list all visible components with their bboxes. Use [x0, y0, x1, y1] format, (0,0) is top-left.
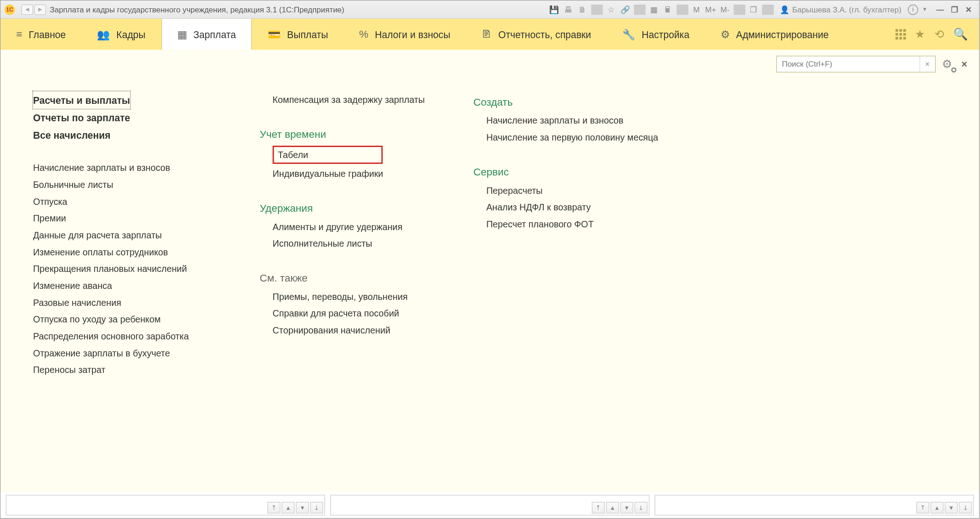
link-bonuses[interactable]: Премии [33, 210, 227, 227]
windows-icon[interactable]: ❐ [748, 4, 759, 15]
close-window-button[interactable]: ✕ [962, 4, 975, 15]
panel-scroll-up-button[interactable]: ▲ [930, 502, 943, 513]
menu-icon: ≡ [16, 28, 22, 40]
link-ndfl-return[interactable]: Анализ НДФЛ к возврату [486, 199, 681, 216]
nav-label: Настройка [642, 29, 689, 40]
link-recalcs[interactable]: Перерасчеты [486, 182, 681, 199]
info-dropdown-icon[interactable]: ▼ [922, 6, 927, 12]
favorites-star-icon[interactable]: ★ [915, 27, 925, 41]
link-reversals[interactable]: Сторнирования начислений [273, 322, 441, 339]
link-salary-calc-data[interactable]: Данные для расчета зарплаты [33, 227, 227, 244]
link-cost-transfers[interactable]: Переносы затрат [33, 361, 227, 378]
save-icon[interactable]: 💾 [548, 4, 560, 15]
nav-settings[interactable]: 🔧 Настройка [607, 19, 705, 50]
nav-personnel[interactable]: 👥 Кадры [81, 19, 161, 50]
link-salary-reports[interactable]: Отчеты по зарплате [33, 109, 227, 126]
panel-scroll-bottom-button[interactable]: ⤓ [959, 502, 972, 513]
link-salary-delay-comp[interactable]: Компенсация за задержку зарплаты [273, 91, 441, 108]
link-hires-transfers[interactable]: Приемы, переводы, увольнения [273, 288, 441, 305]
search-icon[interactable]: 🔍 [953, 27, 968, 41]
people-icon: 👥 [97, 28, 110, 40]
app-logo: 1C [5, 4, 15, 15]
link-individual-schedules[interactable]: Индивидуальные графики [273, 165, 441, 182]
link-change-pay[interactable]: Изменение оплаты сотрудников [33, 243, 227, 260]
nav-back-button[interactable]: ◄ [22, 4, 33, 15]
memory-mplus-button[interactable]: M+ [705, 4, 716, 15]
link-timesheets[interactable]: Табели [273, 146, 383, 164]
print-icon[interactable]: 🖶 [563, 4, 574, 15]
link-earnings-distribution[interactable]: Распределения основного заработка [33, 327, 227, 344]
link-calculations-payments[interactable]: Расчеты и выплаты [33, 91, 130, 109]
panel-scroll-bottom-button[interactable]: ⤓ [310, 502, 323, 513]
memory-m-button[interactable]: M [691, 4, 702, 15]
user-name-label: Барышева З.А. (гл. бухгалтер) [792, 5, 901, 14]
document-icon[interactable]: 🗎 [577, 4, 588, 15]
group-time-tracking: Учет времени [259, 124, 441, 144]
link-change-advance[interactable]: Изменение аванса [33, 277, 227, 294]
link-accrual-salary[interactable]: Начисление зарплаты и взносов [33, 159, 227, 176]
panel-scroll-bottom-button[interactable]: ⤓ [635, 502, 648, 513]
nav-label: Главное [29, 29, 66, 40]
link-salary-accounting[interactable]: Отражение зарплаты в бухучете [33, 344, 227, 361]
link-benefit-refs[interactable]: Справки для расчета пособий [273, 305, 441, 322]
nav-salary[interactable]: ▦ Зарплата [161, 19, 252, 50]
close-panel-button[interactable]: × [959, 58, 970, 70]
info-icon[interactable]: i [908, 4, 918, 15]
nav-main[interactable]: ≡ Главное [0, 19, 81, 50]
separator [676, 4, 688, 15]
nav-taxes[interactable]: % Налоги и взносы [344, 19, 466, 50]
search-box: × [776, 56, 935, 73]
title-toolbar-icons: 💾 🖶 🗎 ☆ 🔗 ▦ 🖩 M M+ M- ❐ [548, 4, 774, 15]
star-icon[interactable]: ☆ [605, 4, 617, 15]
link-sick-leaves[interactable]: Больничные листы [33, 176, 227, 193]
panel-scroll-top-button[interactable]: ⤒ [267, 502, 280, 513]
link-single-accruals[interactable]: Разовые начисления [33, 294, 227, 311]
content-area: × ⚙ × Расчеты и выплаты Отчеты по зарпла… [0, 50, 979, 518]
panel-scroll-top-button[interactable]: ⤒ [916, 502, 929, 513]
history-icon[interactable]: ⟲ [935, 27, 944, 41]
nav-right-tools: ★ ⟲ 🔍 [884, 19, 979, 50]
panel-scroll-top-button[interactable]: ⤒ [592, 502, 605, 513]
nav-label: Кадры [116, 29, 145, 40]
panel-scroll-up-button[interactable]: ▲ [282, 502, 294, 513]
minimize-button[interactable]: — [934, 4, 946, 15]
nav-reports[interactable]: 🖹 Отчетность, справки [466, 19, 607, 50]
link-parental-leave[interactable]: Отпуска по уходу за ребенком [33, 311, 227, 328]
separator [591, 4, 603, 15]
panel-scroll-down-button[interactable]: ▼ [620, 502, 633, 513]
gear-icon: ⚙ [721, 28, 730, 40]
link-icon[interactable]: 🔗 [620, 4, 631, 15]
group-see-also: См. также [259, 267, 441, 288]
link-vacations[interactable]: Отпуска [33, 193, 227, 210]
nav-admin[interactable]: ⚙ Администрирование [705, 19, 844, 50]
link-create-half-month[interactable]: Начисление за первую половину месяца [486, 129, 681, 146]
maximize-button[interactable]: ❐ [948, 4, 961, 15]
link-alimony[interactable]: Алименты и другие удержания [273, 218, 441, 235]
current-user[interactable]: 👤 Барышева З.А. (гл. бухгалтер) [777, 5, 904, 14]
titlebar: 1C ◄ ► Зарплата и кадры государственного… [0, 0, 979, 18]
link-writs[interactable]: Исполнительные листы [273, 235, 441, 252]
panel-scroll-up-button[interactable]: ▲ [606, 502, 619, 513]
apps-grid-icon[interactable] [896, 29, 906, 39]
nav-label: Налоги и взносы [375, 29, 450, 40]
calendar-icon[interactable]: ▦ [648, 4, 659, 15]
title-history-nav: ◄ ► [22, 4, 46, 15]
settings-gear-button[interactable]: ⚙ [942, 57, 952, 71]
nav-payments[interactable]: 💳 Выплаты [252, 19, 344, 50]
link-stop-accruals[interactable]: Прекращения плановых начислений [33, 260, 227, 277]
bottom-panel-2: ⤒ ▲ ▼ ⤓ [330, 495, 649, 515]
memory-mminus-button[interactable]: M- [719, 4, 731, 15]
link-create-accrual[interactable]: Начисление зарплаты и взносов [486, 112, 681, 129]
link-all-accruals[interactable]: Все начисления [33, 126, 227, 144]
search-input[interactable] [777, 56, 919, 72]
calculator-icon[interactable]: 🖩 [662, 4, 674, 15]
search-clear-button[interactable]: × [919, 56, 935, 72]
nav-label: Выплаты [287, 29, 328, 40]
link-fot-recalc[interactable]: Пересчет планового ФОТ [486, 216, 681, 233]
panel-scroll-down-button[interactable]: ▼ [945, 502, 957, 513]
column-3: Создать Начисление зарплаты и взносов На… [473, 91, 681, 378]
nav-forward-button[interactable]: ► [34, 4, 46, 15]
panel-scroll-down-button[interactable]: ▼ [296, 502, 309, 513]
bottom-panel-1: ⤒ ▲ ▼ ⤓ [6, 495, 325, 515]
group-create: Создать [473, 91, 681, 112]
